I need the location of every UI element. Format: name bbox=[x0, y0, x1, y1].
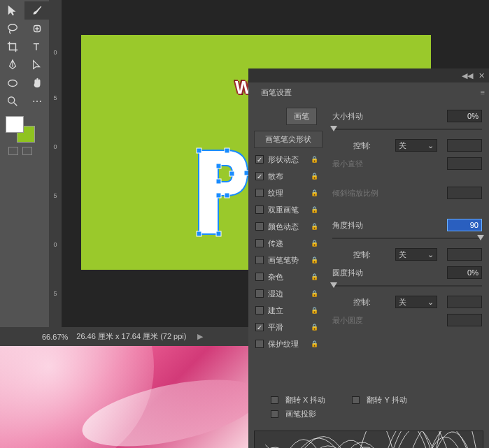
svg-rect-5 bbox=[197, 148, 201, 153]
collapse-icon[interactable]: ◀◀ bbox=[462, 71, 473, 80]
foreground-color[interactable] bbox=[6, 116, 24, 133]
brush-tool[interactable] bbox=[24, 1, 49, 20]
crop-tool[interactable] bbox=[0, 38, 24, 56]
brush-option-row[interactable]: 传递🔒 bbox=[254, 235, 323, 252]
option-checkbox[interactable] bbox=[255, 340, 264, 348]
option-label: 颜色动态 bbox=[268, 222, 299, 232]
hand-tool[interactable] bbox=[24, 74, 49, 92]
brush-preview: UiBO.CoM bbox=[254, 431, 483, 448]
brush-option-row[interactable]: 湿边🔒 bbox=[254, 285, 323, 302]
lock-icon[interactable]: 🔒 bbox=[311, 290, 318, 297]
brush-option-row[interactable]: 平滑🔒 bbox=[254, 319, 323, 335]
option-checkbox[interactable] bbox=[255, 205, 264, 214]
option-checkbox[interactable] bbox=[255, 239, 264, 247]
lock-icon[interactable]: 🔒 bbox=[311, 240, 318, 247]
angle-jitter-slider[interactable] bbox=[332, 235, 482, 242]
roundness-jitter-slider[interactable] bbox=[332, 282, 482, 289]
option-label: 平滑 bbox=[268, 322, 283, 333]
letter-p-shape[interactable] bbox=[192, 143, 255, 241]
option-label: 湿边 bbox=[268, 289, 283, 299]
brush-projection-checkbox[interactable] bbox=[271, 410, 278, 418]
lock-icon[interactable]: 🔒 bbox=[311, 256, 318, 263]
option-checkbox[interactable] bbox=[255, 273, 264, 281]
option-checkbox[interactable] bbox=[255, 189, 264, 197]
brush-option-row[interactable]: 双重画笔🔒 bbox=[254, 201, 323, 218]
svg-rect-9 bbox=[216, 193, 221, 198]
option-checkbox[interactable] bbox=[255, 222, 264, 231]
more-tools[interactable]: ⋯ bbox=[24, 92, 49, 110]
flip-y-checkbox[interactable] bbox=[352, 396, 360, 404]
option-label: 纹理 bbox=[268, 188, 283, 198]
brush-option-row[interactable]: 形状动态🔒 bbox=[254, 151, 323, 168]
healing-tool[interactable] bbox=[24, 20, 49, 38]
tilt-scale-label: 倾斜缩放比例 bbox=[332, 188, 388, 198]
size-control-input bbox=[447, 139, 482, 152]
brush-projection-label: 画笔投影 bbox=[285, 409, 316, 419]
angle-jitter-label: 角度抖动 bbox=[332, 220, 374, 231]
brush-option-row[interactable]: 保护纹理🔒 bbox=[254, 335, 323, 352]
option-checkbox[interactable] bbox=[255, 323, 264, 331]
flip-x-checkbox[interactable] bbox=[271, 396, 278, 404]
roundness-jitter-input[interactable] bbox=[447, 266, 482, 279]
move-tool[interactable] bbox=[0, 1, 24, 20]
brush-tip-shape-header[interactable]: 画笔笔尖形状 bbox=[254, 131, 323, 148]
svg-rect-12 bbox=[216, 164, 221, 168]
option-label: 散布 bbox=[268, 171, 283, 182]
option-checkbox[interactable] bbox=[255, 289, 264, 298]
lasso-tool[interactable] bbox=[0, 20, 24, 38]
roundness-control-dropdown[interactable]: 关⌄ bbox=[395, 296, 437, 308]
zoom-tool[interactable] bbox=[0, 92, 24, 110]
angle-control-dropdown[interactable]: 关⌄ bbox=[395, 248, 437, 261]
brush-button[interactable]: 画笔 bbox=[286, 108, 317, 125]
lock-icon[interactable]: 🔒 bbox=[311, 189, 318, 196]
lock-icon[interactable]: 🔒 bbox=[311, 324, 318, 331]
min-diameter-label: 最小直径 bbox=[332, 159, 374, 169]
panel-menu-icon[interactable]: ≡ bbox=[481, 88, 485, 96]
color-swatches[interactable] bbox=[6, 116, 35, 143]
shape-tool[interactable] bbox=[0, 74, 24, 92]
size-jitter-slider[interactable] bbox=[332, 126, 482, 133]
option-label: 杂色 bbox=[268, 272, 283, 282]
size-jitter-input[interactable] bbox=[447, 110, 482, 122]
brush-dynamics-controls: 大小抖动 控制: 关⌄ 最小直径 倾斜缩放比例 bbox=[325, 102, 489, 389]
brush-option-row[interactable]: 颜色动态🔒 bbox=[254, 218, 323, 235]
lock-icon[interactable]: 🔒 bbox=[311, 340, 318, 347]
option-label: 保护纹理 bbox=[268, 339, 299, 349]
lock-icon[interactable]: 🔒 bbox=[311, 173, 318, 180]
tab-brush-settings[interactable]: 画笔设置 bbox=[255, 85, 297, 101]
chevron-right-icon[interactable]: ▶ bbox=[197, 332, 203, 341]
close-icon[interactable]: ✕ bbox=[479, 71, 485, 80]
pen-tool[interactable] bbox=[0, 56, 24, 74]
option-label: 传递 bbox=[268, 238, 283, 249]
roundness-jitter-label: 圆度抖动 bbox=[332, 268, 374, 278]
brush-option-row[interactable]: 纹理🔒 bbox=[254, 185, 323, 201]
option-checkbox[interactable] bbox=[255, 155, 264, 164]
screenmode-toggle[interactable] bbox=[22, 147, 32, 155]
lock-icon[interactable]: 🔒 bbox=[311, 206, 318, 213]
option-label: 双重画笔 bbox=[268, 205, 299, 215]
lock-icon[interactable]: 🔒 bbox=[311, 273, 318, 280]
brush-option-row[interactable]: 散布🔒 bbox=[254, 168, 323, 185]
lock-icon[interactable]: 🔒 bbox=[311, 156, 318, 163]
brush-options-list: 画笔 画笔笔尖形状 形状动态🔒散布🔒纹理🔒双重画笔🔒颜色动态🔒传递🔒画笔笔势🔒杂… bbox=[248, 102, 325, 389]
angle-jitter-input[interactable] bbox=[447, 219, 482, 231]
option-checkbox[interactable] bbox=[255, 256, 264, 264]
svg-rect-11 bbox=[197, 231, 201, 236]
status-bar: 66.67% 26.46 厘米 x 17.64 厘米 (72 ppi) ▶ bbox=[0, 327, 248, 346]
quickmask-toggle[interactable] bbox=[8, 147, 18, 155]
svg-point-0 bbox=[8, 24, 17, 31]
control-label: 控制: bbox=[353, 140, 395, 151]
type-tool[interactable]: T bbox=[24, 38, 49, 56]
option-checkbox[interactable] bbox=[255, 306, 264, 315]
option-checkbox[interactable] bbox=[255, 172, 264, 180]
zoom-level[interactable]: 66.67% bbox=[42, 333, 68, 341]
option-label: 建立 bbox=[268, 305, 283, 316]
lock-icon[interactable]: 🔒 bbox=[311, 223, 318, 230]
path-select-tool[interactable] bbox=[24, 56, 49, 74]
control-label-3: 控制: bbox=[353, 297, 395, 308]
lock-icon[interactable]: 🔒 bbox=[311, 307, 318, 314]
size-control-dropdown[interactable]: 关⌄ bbox=[395, 139, 437, 152]
brush-option-row[interactable]: 建立🔒 bbox=[254, 302, 323, 319]
brush-option-row[interactable]: 画笔笔势🔒 bbox=[254, 252, 323, 268]
brush-option-row[interactable]: 杂色🔒 bbox=[254, 268, 323, 285]
